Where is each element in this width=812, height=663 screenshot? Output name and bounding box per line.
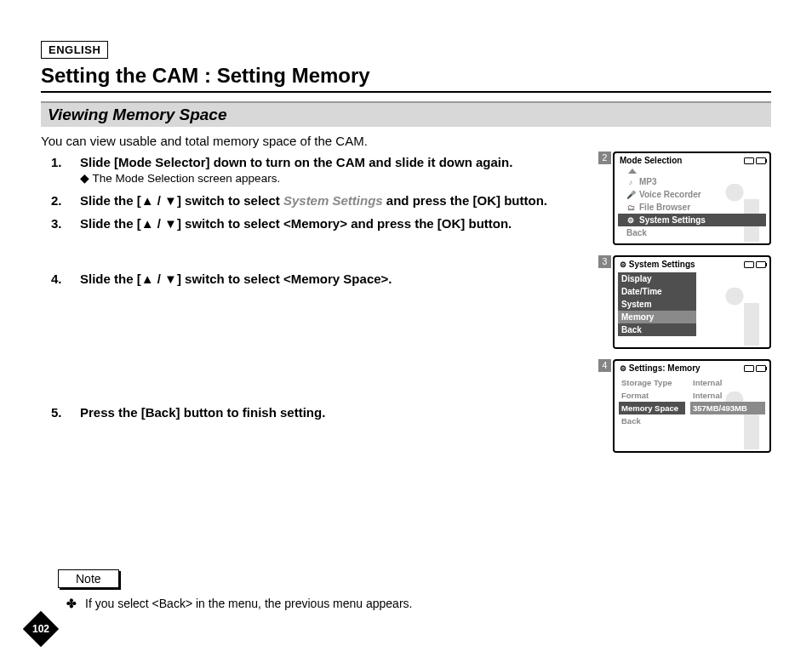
music-note-icon: ♪ (626, 178, 635, 186)
tools-icon: ⚙ (626, 216, 635, 225)
scroll-up-icon (628, 169, 637, 174)
up-down-icon: ▲ / ▼ (141, 216, 177, 231)
up-down-icon: ▲ / ▼ (141, 271, 177, 286)
step-number: 4. (51, 271, 68, 286)
screen-system-settings: 3 ⚙ System Settings Display Date/Time Sy… (613, 255, 771, 349)
language-badge: ENGLISH (41, 41, 108, 59)
bullet-icon: ✤ (66, 597, 77, 610)
page-number: 102 (26, 614, 56, 644)
step-subtext: ◆ The Mode Selection screen appears. (80, 171, 662, 185)
menu-item-back[interactable]: Back (618, 414, 766, 427)
screen-step-tag: 3 (598, 255, 611, 268)
card-icon (744, 365, 754, 372)
setting-format[interactable]: FormatInternal (618, 389, 766, 402)
page-number-badge: 102 (26, 614, 56, 644)
menu-item-system-settings[interactable]: ⚙System Settings (618, 214, 766, 226)
menu-item-back[interactable]: Back (618, 323, 696, 336)
note-text: If you select <Back> in the menu, the pr… (85, 597, 412, 610)
status-icons (744, 261, 766, 268)
step-text: Slide [Mode Selector] down to turn on th… (80, 155, 662, 169)
note-label-box: Note (58, 569, 119, 588)
screen-mode-selection: 2 Mode Selection ♪MP3 🎤Voice Recorder 🗂F… (613, 151, 771, 245)
screen-step-tag: 2 (598, 151, 611, 164)
steps-list: 1. Slide [Mode Selector] down to turn on… (41, 155, 662, 420)
intro-text: You can view usable and total memory spa… (41, 134, 771, 148)
step-2: 2. Slide the [▲ / ▼] switch to select Sy… (51, 193, 662, 208)
card-icon (744, 157, 754, 164)
menu-item-voice-recorder[interactable]: 🎤Voice Recorder (618, 188, 766, 201)
status-icons (744, 365, 766, 372)
step-5: 5. Press the [Back] button to finish set… (51, 405, 662, 420)
page-title: Setting the CAM : Setting Memory (41, 64, 771, 93)
setting-storage-type[interactable]: Storage TypeInternal (618, 376, 766, 389)
step-text: Press the [Back] button to finish settin… (80, 405, 662, 420)
screen-title: ⚙ System Settings (620, 260, 695, 269)
step-1: 1. Slide [Mode Selector] down to turn on… (51, 155, 662, 185)
battery-icon (756, 365, 766, 372)
step-number: 1. (51, 155, 68, 185)
section-heading: Viewing Memory Space (41, 101, 771, 127)
screen-step-tag: 4 (598, 359, 611, 372)
screen-settings-memory: 4 ⚙ Settings: Memory Storage TypeInterna… (613, 359, 771, 453)
device-screens: 2 Mode Selection ♪MP3 🎤Voice Recorder 🗂F… (613, 151, 771, 463)
screen-title: ⚙ Settings: Memory (620, 363, 700, 373)
system-settings-label: System Settings (283, 193, 383, 208)
background-graphic (713, 288, 764, 349)
step-3: 3. Slide the [▲ / ▼] switch to select <M… (51, 216, 662, 231)
menu-item-file-browser[interactable]: 🗂File Browser (618, 201, 766, 214)
screen-title: Mode Selection (620, 156, 682, 165)
menu-item-display[interactable]: Display (618, 272, 696, 285)
menu-item-memory[interactable]: Memory (618, 311, 696, 323)
tools-icon: ⚙ (620, 364, 626, 373)
card-icon (744, 261, 754, 268)
note-item: ✤ If you select <Back> in the menu, the … (66, 597, 771, 610)
battery-icon (756, 157, 766, 164)
step-text: Slide the [▲ / ▼] switch to select <Memo… (80, 216, 512, 231)
step-number: 2. (51, 193, 68, 208)
up-down-icon: ▲ / ▼ (141, 193, 177, 208)
step-text: Slide the [▲ / ▼] switch to select Syste… (80, 193, 547, 208)
menu-item-system[interactable]: System (618, 298, 696, 311)
menu-item-back[interactable]: Back (618, 226, 766, 239)
tools-icon: ⚙ (620, 260, 626, 269)
step-number: 5. (51, 405, 68, 420)
folder-icon: 🗂 (626, 203, 635, 212)
menu-item-mp3[interactable]: ♪MP3 (618, 175, 766, 188)
step-text: Slide the [▲ / ▼] switch to select <Memo… (80, 271, 392, 286)
menu-item-date-time[interactable]: Date/Time (618, 285, 696, 298)
setting-memory-space[interactable]: Memory Space357MB/493MB (618, 402, 766, 414)
status-icons (744, 157, 766, 164)
step-4: 4. Slide the [▲ / ▼] switch to select <M… (51, 271, 662, 286)
note-section: Note ✤ If you select <Back> in the menu,… (41, 569, 771, 610)
step-number: 3. (51, 216, 68, 231)
battery-icon (756, 261, 766, 268)
microphone-icon: 🎤 (626, 191, 635, 199)
